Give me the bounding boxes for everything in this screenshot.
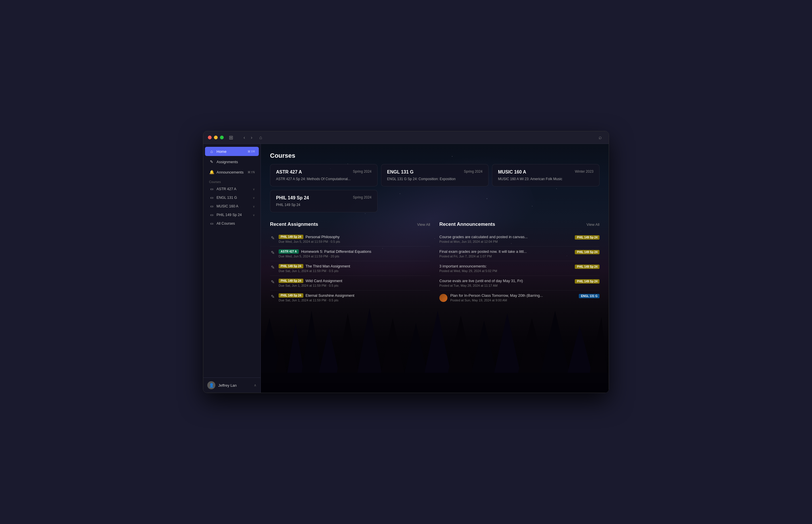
forward-button[interactable]: › xyxy=(249,134,254,141)
announcement-text: Course grades are calculated and posted … xyxy=(439,235,572,239)
assignment-title: Wild Card Assignment xyxy=(306,279,343,283)
announcement-content: Course grades are calculated and posted … xyxy=(439,235,572,243)
sidebar-toggle-button[interactable]: ⊞ xyxy=(227,134,235,141)
sidebar-course-label: ENGL 131 G xyxy=(217,196,237,200)
sidebar-announcements-label: Announcements xyxy=(217,170,243,174)
avatar: 👤 xyxy=(207,381,216,389)
sidebar-course-phil149[interactable]: ▭ PHIL 149 Sp 24 ∨ xyxy=(205,211,259,219)
recent-announcements-title: Recent Announcements xyxy=(439,222,495,227)
assignment-item[interactable]: ✎ PHIL 149 Sp 24 Personal Philosophy Due… xyxy=(270,232,430,246)
main-content: Courses ASTR 427 A Spring 2024 ASTR 427 … xyxy=(261,144,609,393)
home-nav-button[interactable]: ⌂ xyxy=(258,134,264,141)
courses-section-label: Courses xyxy=(203,177,260,185)
view-all-assignments[interactable]: View All xyxy=(417,222,430,227)
announcement-content: Final exam grades are posted now. It wil… xyxy=(439,249,572,258)
sidebar-item-home[interactable]: ⌂ Home ⌘⇧H xyxy=(205,147,259,156)
assignment-item[interactable]: ✎ PHIL 149 Sp 24 The Third Man Assignmen… xyxy=(270,261,430,276)
course-card-header: MUSIC 160 A Winter 2023 xyxy=(498,169,593,175)
course-name: PHIL 149 Sp 24 xyxy=(276,203,371,207)
assignment-icon: ✎ xyxy=(270,279,275,285)
minimize-button[interactable] xyxy=(214,136,218,139)
announcement-text: Final exam grades are posted now. It wil… xyxy=(439,249,572,254)
assignment-item[interactable]: ✎ PHIL 149 Sp 24 Wild Card Assignment Du… xyxy=(270,276,430,291)
course-semester: Spring 2024 xyxy=(464,169,482,174)
course-name: ASTR 427 A Sp 24: Methods Of Computation… xyxy=(276,177,371,181)
announcement-item[interactable]: Course evals are live (until end of day … xyxy=(439,276,600,291)
maximize-button[interactable] xyxy=(220,136,224,139)
courses-grid: ASTR 427 A Spring 2024 ASTR 427 A Sp 24:… xyxy=(270,164,600,212)
nav-buttons: ‹ › xyxy=(242,134,254,141)
sidebar-course-all[interactable]: ▭ All Courses xyxy=(205,219,259,228)
assignment-due: Due Sat, Jun 1, 2024 at 11:59 PM · 0.5 p… xyxy=(278,298,430,302)
assignment-title: The Third Man Assignment xyxy=(306,264,350,268)
assignments-list: ✎ PHIL 149 Sp 24 Personal Philosophy Due… xyxy=(270,232,430,305)
announcement-item[interactable]: 3 important announcements: Posted at Wed… xyxy=(439,261,600,276)
course-card-astr427[interactable]: ASTR 427 A Spring 2024 ASTR 427 A Sp 24:… xyxy=(270,164,378,186)
home-shortcut: ⌘⇧H xyxy=(248,150,255,153)
view-all-announcements[interactable]: View All xyxy=(587,222,600,227)
sidebar: ⌂ Home ⌘⇧H ✎ Assignments 🔔 Announcements… xyxy=(203,144,261,393)
course-card-engl131[interactable]: ENGL 131 G Spring 2024 ENGL 131 G Sp 24:… xyxy=(381,164,489,186)
course-card-music160[interactable]: MUSIC 160 A Winter 2023 MUSIC 160 A Wi 2… xyxy=(492,164,600,186)
sidebar-home-label: Home xyxy=(217,149,227,154)
announcement-text: 3 important announcements: xyxy=(439,264,572,268)
announcement-posted: Posted at Sun, May 19, 2024 at 9:00 AM xyxy=(450,298,576,302)
assignment-top: PHIL 149 Sp 24 Personal Philosophy xyxy=(278,235,430,239)
sidebar-item-assignments[interactable]: ✎ Assignments xyxy=(205,157,259,166)
announcement-badge-wrap: PHIL 149 Sp 24 xyxy=(575,279,600,283)
announcement-item[interactable]: Final exam grades are posted now. It wil… xyxy=(439,246,600,261)
sidebar-item-announcements[interactable]: 🔔 Announcements ⌘⇧N xyxy=(205,167,259,177)
announcements-icon: 🔔 xyxy=(209,170,214,174)
course-code: PHIL 149 Sp 24 xyxy=(276,195,309,200)
announcement-content: Course evals are live (until end of day … xyxy=(439,279,572,287)
announcement-content: Plan for In-Person Class Tomorrow, May 2… xyxy=(450,293,576,302)
avatar xyxy=(439,294,447,302)
course-semester: Winter 2023 xyxy=(575,169,593,174)
course-card-phil149[interactable]: PHIL 149 Sp 24 Spring 2024 PHIL 149 Sp 2… xyxy=(270,190,378,212)
announcement-posted: Posted at Mon, Jun 10, 2024 at 12:04 PM xyxy=(439,240,572,243)
course-name: MUSIC 160 A Wi 23: American Folk Music xyxy=(498,177,593,181)
assignment-title: Homework 5: Partial Differential Equatio… xyxy=(301,249,371,254)
course-semester: Spring 2024 xyxy=(353,169,371,174)
assignment-content: ASTR 427 A Homework 5: Partial Different… xyxy=(278,249,430,258)
search-button[interactable]: ⌕ xyxy=(596,134,604,141)
recent-announcements-section: Recent Announcements View All Course gra… xyxy=(439,222,600,305)
announcement-item[interactable]: Course grades are calculated and posted … xyxy=(439,232,600,246)
course-badge: ENGL 131 G xyxy=(579,294,600,298)
assignment-item[interactable]: ✎ PHIL 149 Sp 24 Eternal Sunshine Assign… xyxy=(270,291,430,305)
assignment-icon: ✎ xyxy=(270,235,275,241)
close-button[interactable] xyxy=(208,136,212,139)
sidebar-course-label: PHIL 149 Sp 24 xyxy=(217,213,242,217)
sidebar-course-music160[interactable]: ▭ MUSIC 160 A ∨ xyxy=(205,202,259,210)
announcement-item[interactable]: Plan for In-Person Class Tomorrow, May 2… xyxy=(439,291,600,305)
recent-announcements-header: Recent Announcements View All xyxy=(439,222,600,227)
user-profile[interactable]: 👤 Jeffrey Lan ∧ xyxy=(203,377,260,393)
assignments-icon: ✎ xyxy=(209,160,214,164)
chevron-down-icon: ∨ xyxy=(253,205,255,208)
user-chevron-icon: ∧ xyxy=(254,383,256,387)
assignment-icon: ✎ xyxy=(270,265,275,270)
assignment-item[interactable]: ✎ ASTR 427 A Homework 5: Partial Differe… xyxy=(270,246,430,261)
content-area: Courses ASTR 427 A Spring 2024 ASTR 427 … xyxy=(261,144,609,393)
course-icon: ▭ xyxy=(209,196,214,200)
sidebar-course-astr427[interactable]: ▭ ASTR 427 A ∨ xyxy=(205,185,259,193)
recent-assignments-section: Recent Assignments View All ✎ PHIL 149 S… xyxy=(270,222,430,305)
chevron-down-icon: ∨ xyxy=(253,213,255,217)
assignment-top: PHIL 149 Sp 24 Wild Card Assignment xyxy=(278,279,430,283)
announcement-text: Plan for In-Person Class Tomorrow, May 2… xyxy=(450,293,576,298)
announcement-posted: Posted at Wed, May 29, 2024 at 5:02 PM xyxy=(439,269,572,273)
sidebar-assignments-label: Assignments xyxy=(217,160,238,164)
course-code: ENGL 131 G xyxy=(387,169,413,175)
chevron-down-icon: ∨ xyxy=(253,196,255,199)
assignment-content: PHIL 149 Sp 24 Wild Card Assignment Due … xyxy=(278,279,430,287)
announcement-posted: Posted at Tue, May 28, 2024 at 11:17 AM xyxy=(439,284,572,287)
course-semester: Spring 2024 xyxy=(353,195,371,199)
course-badge: PHIL 149 Sp 24 xyxy=(278,264,303,268)
announcement-badge-wrap: PHIL 149 Sp 24 xyxy=(575,264,600,269)
recent-assignments-title: Recent Assignments xyxy=(270,222,318,227)
back-button[interactable]: ‹ xyxy=(242,134,247,141)
sidebar-course-engl131[interactable]: ▭ ENGL 131 G ∨ xyxy=(205,194,259,202)
assignment-content: PHIL 149 Sp 24 Eternal Sunshine Assignme… xyxy=(278,293,430,302)
app-window: ⊞ ‹ › ⌂ ⌕ ⌂ Home ⌘⇧H ✎ Assignments xyxy=(203,131,609,393)
titlebar: ⊞ ‹ › ⌂ ⌕ xyxy=(203,131,609,144)
